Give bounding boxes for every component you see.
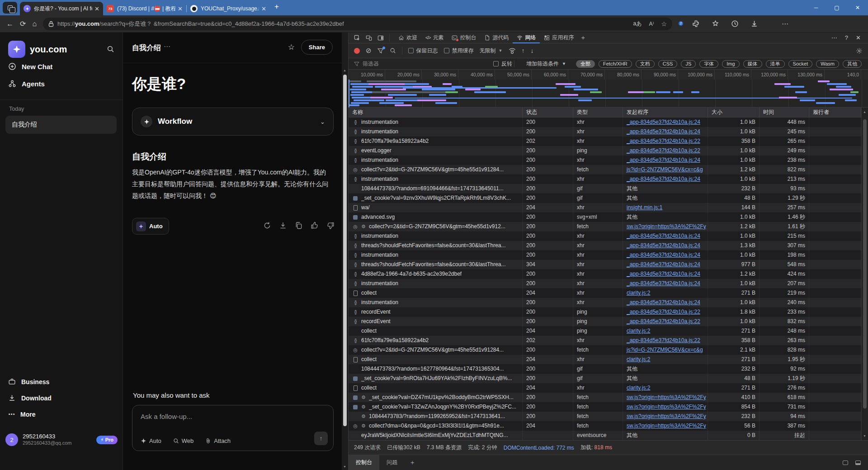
- devtools-scrollbar[interactable]: ▲ ▼: [861, 108, 868, 440]
- sidebar-item-new-chat[interactable]: New Chat: [8, 62, 52, 70]
- initiator-link[interactable]: _app-834d5e37fd24b10a.js:24: [627, 119, 700, 125]
- sidebar-item-business[interactable]: Business: [8, 378, 49, 385]
- filter-toggle-icon[interactable]: [377, 48, 384, 54]
- scroll-up-icon[interactable]: ▲: [343, 69, 346, 72]
- initiator-link[interactable]: js?id=G-2N7ZM9C56V&cx=c&g: [627, 166, 703, 173]
- settings-menu-icon[interactable]: ⋯: [782, 20, 788, 28]
- thumbs-up-icon[interactable]: [311, 221, 319, 230]
- devtools-tab-code[interactable]: </>元素: [421, 33, 448, 43]
- request-row[interactable]: advanced.svg200svg+xml其他1.0 kB1.46 秒: [349, 212, 861, 222]
- column-header-时间[interactable]: 时间: [760, 108, 809, 117]
- column-header-发起程序[interactable]: 发起程序: [623, 108, 708, 117]
- request-row[interactable]: {}instrumentation200xhr_app-834d5e37fd24…: [349, 174, 861, 184]
- request-row[interactable]: {}eventLogger200ping_app-834d5e37fd24b10…: [349, 146, 861, 155]
- workflow-card[interactable]: Workflow ⌄: [132, 108, 334, 136]
- initiator-link[interactable]: _app-834d5e37fd24b10a.js:22: [627, 147, 700, 154]
- initiator-link[interactable]: clarity.js:2: [627, 385, 650, 391]
- tab-close-icon[interactable]: ✕: [261, 5, 266, 12]
- devtools-tab-network[interactable]: 网络: [513, 33, 540, 43]
- request-row[interactable]: ◎⚙collect?v=2&tid=G-2N7ZM9C56V&gtm=45he5…: [349, 222, 861, 231]
- invert-filter-checkbox[interactable]: 反转: [493, 60, 512, 68]
- devtools-more-tabs-icon[interactable]: ＋: [580, 34, 586, 42]
- sidebar-chat-item[interactable]: 自我介绍: [5, 116, 117, 134]
- request-row[interactable]: {}threads?shouldFetchFavorites=false&cou…: [349, 260, 861, 269]
- throttling-select[interactable]: 无限制▼: [480, 47, 503, 55]
- filter-pill-css[interactable]: CSS: [658, 60, 678, 68]
- initiator-link[interactable]: js?id=G-2N7ZM9C56V&cx=c&g: [627, 347, 703, 353]
- filter-pill--[interactable]: 清单: [766, 60, 785, 68]
- search-network-icon[interactable]: [390, 47, 396, 54]
- initiator-link[interactable]: _app-834d5e37fd24b10a.js:22: [627, 337, 700, 343]
- column-header-大小[interactable]: 大小: [708, 108, 760, 117]
- request-row[interactable]: ◎⚙collect?dma=0&npa=0&gcd=13l3l3l3l1l1&g…: [349, 421, 861, 431]
- collections-icon[interactable]: [712, 20, 719, 28]
- drawer-expand-icon[interactable]: [855, 461, 861, 465]
- initiator-link[interactable]: _app-834d5e37fd24b10a.js:24: [627, 128, 700, 135]
- thumbs-down-icon[interactable]: [326, 221, 335, 230]
- chat-menu-icon[interactable]: ⋯: [164, 42, 170, 51]
- initiator-link[interactable]: _app-834d5e37fd24b10a.js:24: [627, 157, 700, 163]
- initiator-link[interactable]: sw.js?origin=https%3A%2F%2Fy: [627, 423, 706, 429]
- request-row[interactable]: {}61fc70ffa79e9a158922a4b2202xhr_app-834…: [349, 336, 861, 345]
- initiator-link[interactable]: _app-834d5e37fd24b10a.js:24: [627, 242, 700, 249]
- followup-input[interactable]: Ask a follow-up...: [141, 413, 192, 420]
- request-row[interactable]: 10844473783/?random=1627780964&fst=17473…: [349, 364, 861, 374]
- request-row[interactable]: _set_cookie?val=9znv3XhuW9lqjs2CRTaRpkRh…: [349, 193, 861, 203]
- request-row[interactable]: {}instrumentation200xhr_app-834d5e37fd24…: [349, 279, 861, 288]
- preserve-log-checkbox[interactable]: 保留日志: [408, 47, 438, 55]
- sidebar-item-download[interactable]: Download: [8, 394, 52, 402]
- initiator-link[interactable]: _app-834d5e37fd24b10a.js:24: [627, 261, 700, 268]
- composer-auto-button[interactable]: Auto: [141, 437, 161, 444]
- initiator-link[interactable]: _app-834d5e37fd24b10a.js:24: [627, 299, 700, 306]
- minimize-button[interactable]: ─: [806, 0, 826, 15]
- initiator-link[interactable]: sw.js?origin=https%3A%2F%2Fy: [627, 223, 706, 230]
- page-scrollbar[interactable]: ▲ ▼: [342, 33, 348, 470]
- request-row[interactable]: _set_cookie?val=9nROta7HJu69YAk%2FIzhByF…: [349, 374, 861, 383]
- request-row[interactable]: {}61fc70ffa79e9a158922a4b2202xhr_app-834…: [349, 136, 861, 146]
- request-row[interactable]: {}threads?shouldFetchFavorites=false&cou…: [349, 241, 861, 250]
- initiator-link[interactable]: _app-834d5e37fd24b10a.js:22: [627, 309, 700, 315]
- request-row[interactable]: collect204xhrclarity.js:2271 B219 ms: [349, 288, 861, 298]
- initiator-link[interactable]: _app-834d5e37fd24b10a.js:22: [627, 318, 700, 324]
- device-toolbar-icon[interactable]: [366, 35, 372, 41]
- devtools-tab-app[interactable]: 应用程序: [540, 33, 578, 43]
- browser-tab[interactable]: 73(73) Discord | #📛 | 教程分享 | 类✕: [103, 2, 186, 15]
- followup-composer[interactable]: Ask a follow-up... Auto Web Attach: [132, 405, 334, 451]
- request-row[interactable]: wa/204xhrinsight.min.js:1144 B257 ms: [349, 203, 861, 212]
- request-row[interactable]: {}instrumentation200xhr_app-834d5e37fd24…: [349, 155, 861, 165]
- network-settings-gear-icon[interactable]: [856, 47, 863, 54]
- import-har-icon[interactable]: ↑: [522, 47, 525, 54]
- refresh-icon[interactable]: ⟳: [20, 19, 26, 28]
- favorite-chat-icon[interactable]: ☆: [288, 42, 295, 52]
- initiator-link[interactable]: insight.min.js:1: [627, 204, 662, 211]
- filter-pill--[interactable]: 字体: [699, 60, 718, 68]
- initiator-link[interactable]: _app-834d5e37fd24b10a.js:22: [627, 138, 700, 144]
- request-row[interactable]: ⚙10844473783/?random=1199265952&fst=1747…: [349, 412, 861, 421]
- request-row[interactable]: {}instrumentation200xhr_app-834d5e37fd24…: [349, 118, 861, 127]
- devtools-scrollbar-thumb[interactable]: [863, 119, 867, 409]
- request-row[interactable]: {}instrumentation200xhr_app-834d5e37fd24…: [349, 298, 861, 307]
- home-icon[interactable]: ⌂: [32, 20, 37, 28]
- chevron-down-icon[interactable]: ⌄: [320, 118, 325, 125]
- column-header-履行者[interactable]: 履行者: [809, 108, 861, 117]
- extensions-icon[interactable]: [692, 20, 700, 28]
- initiator-link[interactable]: sw.js?origin=https%3A%2F%2Fy: [627, 394, 706, 400]
- new-tab-button[interactable]: +: [274, 2, 279, 11]
- drawer-tab-问题[interactable]: 问题: [379, 455, 405, 470]
- devtools-scroll-down-icon[interactable]: ▼: [863, 434, 866, 437]
- drawer-more-icon[interactable]: ＋: [409, 459, 415, 467]
- read-aloud-icon[interactable]: A⁾: [649, 21, 654, 27]
- filter-pill-js[interactable]: JS: [681, 60, 696, 68]
- column-header-状态[interactable]: 状态: [523, 108, 573, 117]
- export-har-icon[interactable]: ↓: [531, 47, 534, 54]
- request-row[interactable]: collect204xhrclarity.js:2271 B1.95 秒: [349, 355, 861, 364]
- network-conditions-icon[interactable]: [509, 47, 516, 54]
- copy-icon[interactable]: [295, 221, 303, 230]
- initiator-link[interactable]: _app-834d5e37fd24b10a.js:24: [627, 271, 700, 277]
- filter-pill--[interactable]: 全部: [576, 60, 595, 68]
- request-row[interactable]: {}instrumentation200xhr_app-834d5e37fd24…: [349, 250, 861, 260]
- devtools-tab-sources[interactable]: 源代码: [480, 33, 513, 43]
- filter-pill--[interactable]: 媒体: [743, 60, 762, 68]
- initiator-link[interactable]: clarity.js:2: [627, 290, 650, 296]
- tab-close-icon[interactable]: ✕: [178, 5, 183, 12]
